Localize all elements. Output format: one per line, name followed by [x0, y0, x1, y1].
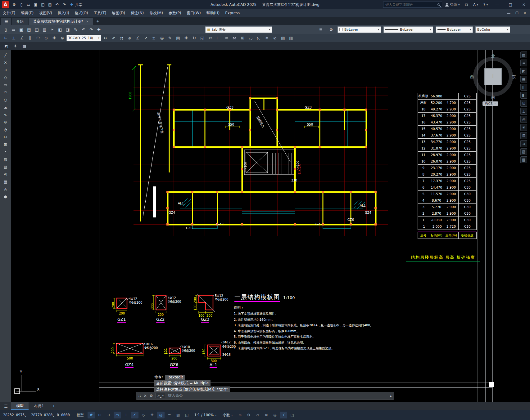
- menu-item[interactable]: 文件(F): [0, 10, 18, 17]
- tolerance-icon[interactable]: ±: [150, 34, 158, 42]
- line-icon[interactable]: ╱: [2, 52, 9, 59]
- close-icon[interactable]: ✕: [144, 394, 147, 398]
- osnap-node-icon[interactable]: ⊗: [58, 34, 66, 42]
- hatch-icon[interactable]: ▨: [279, 34, 287, 42]
- dim-linear-icon[interactable]: ↔: [102, 34, 109, 42]
- table-icon[interactable]: ▦: [2, 178, 9, 185]
- redo-icon[interactable]: ↷: [61, 1, 68, 8]
- gradient-icon[interactable]: ▧: [2, 163, 9, 170]
- center-mark-icon[interactable]: ◎: [158, 34, 166, 42]
- login-button[interactable]: 登录 ▾: [443, 0, 462, 9]
- paste-icon[interactable]: ◨: [64, 26, 72, 33]
- match-properties-icon[interactable]: ✎: [72, 26, 79, 33]
- dynamic-input-icon[interactable]: ▭: [114, 412, 121, 418]
- command-input[interactable]: 键入命令: [168, 393, 183, 398]
- region-icon[interactable]: ◰: [2, 171, 9, 178]
- doc-close-icon[interactable]: ✕: [523, 11, 526, 15]
- wcs-menu[interactable]: WCS ▾: [482, 101, 498, 106]
- maximize-button[interactable]: □: [504, 0, 517, 9]
- lineweight-combo[interactable]: ByLayer ▾: [436, 26, 473, 33]
- construction-line-icon[interactable]: ✕: [2, 59, 9, 66]
- layer-properties-icon[interactable]: ≣: [317, 26, 325, 33]
- copy-icon[interactable]: ◧: [56, 26, 64, 33]
- dim-diameter-icon[interactable]: ⌀: [126, 34, 134, 42]
- hatch-icon[interactable]: ▨: [2, 156, 9, 163]
- ellipse-arc-icon[interactable]: ◔: [2, 126, 9, 133]
- history-up-icon[interactable]: ▴: [390, 394, 392, 397]
- redo-icon[interactable]: ↷: [87, 26, 95, 33]
- viewcube[interactable]: 上 北 南 西 东 WCS ▾: [471, 54, 515, 108]
- compass-east[interactable]: 东: [512, 74, 516, 80]
- quick-properties-icon[interactable]: ▱: [254, 412, 261, 418]
- open-icon[interactable]: ▭: [10, 26, 17, 33]
- osnap-center-icon[interactable]: ⊙: [42, 34, 50, 42]
- dim-style-icon[interactable]: ▤: [174, 34, 182, 42]
- annotation-monitor-icon[interactable]: ⊕: [236, 412, 244, 418]
- osnap-intersection-icon[interactable]: ✚: [50, 34, 58, 42]
- minimize-button[interactable]: —: [491, 0, 503, 9]
- infer-constraints-icon[interactable]: ⊿: [105, 412, 112, 418]
- isometric-drafting-icon[interactable]: ◇: [140, 412, 147, 418]
- linetype-combo[interactable]: ByLayer ▾: [383, 26, 433, 33]
- autocad-logo-icon[interactable]: A: [2, 1, 9, 8]
- model-space-button[interactable]: 模型: [74, 412, 86, 418]
- array-icon[interactable]: ⊞: [239, 34, 247, 42]
- menu-item[interactable]: 绘图(D): [109, 10, 128, 17]
- camera-icon[interactable]: ◎: [520, 116, 527, 123]
- tool-palettes-icon[interactable]: ◫: [520, 84, 527, 91]
- close-tab-icon[interactable]: ✕: [86, 20, 88, 23]
- menu-item[interactable]: 编辑(E): [18, 10, 36, 17]
- save-as-icon[interactable]: ◫: [39, 1, 46, 8]
- osnap-parallel-icon[interactable]: ∥: [26, 34, 34, 42]
- selection-cycling-icon[interactable]: ◱: [183, 412, 191, 418]
- search-box[interactable]: [383, 2, 442, 8]
- section-plane-icon[interactable]: ⊟: [520, 132, 527, 139]
- mesh-icon[interactable]: ▨: [520, 148, 527, 155]
- menu-item[interactable]: Express: [222, 10, 242, 16]
- clean-screen-icon[interactable]: ◳: [288, 412, 296, 418]
- osnap-angle-icon[interactable]: ∠: [18, 34, 26, 42]
- circle-icon[interactable]: ○: [2, 96, 9, 103]
- chamfer-icon[interactable]: ◺: [255, 34, 263, 42]
- workspace-switching-icon[interactable]: ⚙: [245, 412, 252, 418]
- menu-item[interactable]: 工具(T): [91, 10, 109, 17]
- tab-layout1[interactable]: 布局1: [29, 403, 49, 410]
- compass-west[interactable]: 西: [470, 74, 474, 80]
- ellipse-icon[interactable]: ⊙: [2, 119, 9, 126]
- osnap-perpendicular-icon[interactable]: ⊥: [10, 34, 18, 42]
- insert-block-icon[interactable]: ⊡: [2, 134, 9, 141]
- autodesk-app-button[interactable]: A▾: [471, 0, 480, 9]
- visual-styles-icon[interactable]: ◧: [520, 92, 527, 99]
- plot-icon[interactable]: ▤: [47, 1, 53, 8]
- tab-model[interactable]: 模型: [11, 402, 29, 410]
- menu-item[interactable]: 参数(P): [166, 10, 184, 17]
- spline-icon[interactable]: ∿: [2, 111, 9, 118]
- revision-cloud-icon[interactable]: ☁: [2, 104, 9, 111]
- layer-combo[interactable]: ByLayer ▾: [337, 26, 381, 33]
- graphics-performance-icon[interactable]: ⚡: [280, 412, 287, 418]
- scale-icon[interactable]: ◱: [198, 34, 206, 42]
- menu-item[interactable]: 帮助(H): [204, 10, 222, 17]
- trim-icon[interactable]: ✂: [206, 34, 214, 42]
- transparency-icon[interactable]: ▨: [174, 412, 182, 418]
- snap-mode-icon[interactable]: ⊞: [96, 412, 104, 418]
- save-icon[interactable]: ▣: [32, 1, 39, 8]
- drawing-canvas[interactable]: GZ3GZ3550550h=100h=100230AL1AL1GZ4GZ4GZ6…: [11, 50, 530, 402]
- dim-angular-icon[interactable]: ∠: [134, 34, 142, 42]
- menu-item[interactable]: 修改(M): [147, 10, 166, 17]
- compass-north[interactable]: 北: [491, 54, 495, 59]
- extend-icon[interactable]: ⊢: [215, 34, 222, 42]
- object-snap-tracking-icon[interactable]: ✚: [148, 412, 156, 418]
- tab-drawing[interactable]: 某高层抗震墙住宅结构设计图* ✕: [29, 18, 93, 25]
- qleader-icon[interactable]: ↗: [142, 34, 150, 42]
- menu-item[interactable]: 格式(O): [72, 10, 91, 17]
- share-button[interactable]: ✈ 共享: [70, 2, 82, 7]
- hamburger-icon[interactable]: ☰: [1, 18, 11, 25]
- isolate-objects-icon[interactable]: ◎: [271, 412, 279, 418]
- polygon-icon[interactable]: ◇: [2, 74, 9, 81]
- osnap-endpoint-icon[interactable]: ∟: [2, 34, 10, 42]
- dim-radius-icon[interactable]: ◔: [118, 34, 125, 42]
- ucs-panel-icon[interactable]: ⊥: [520, 108, 527, 115]
- save-icon[interactable]: ▣: [17, 26, 25, 33]
- erase-icon[interactable]: ⊘: [271, 34, 279, 42]
